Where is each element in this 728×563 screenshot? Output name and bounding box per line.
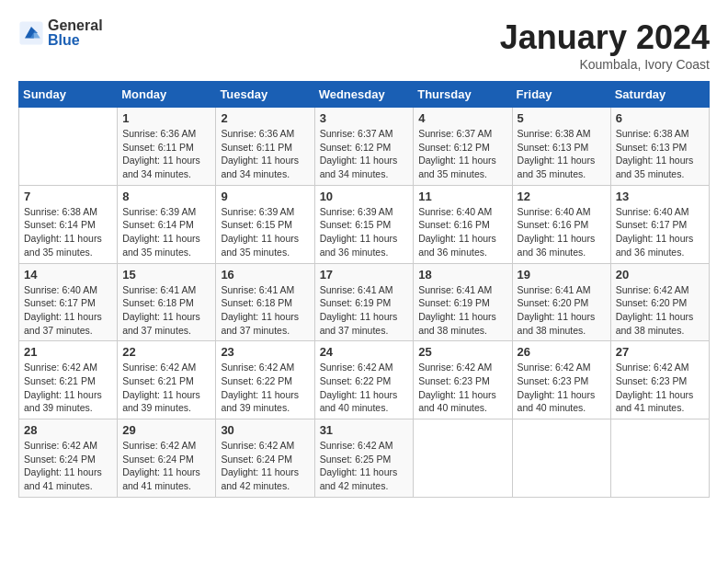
calendar-cell: 11Sunrise: 6:40 AM Sunset: 6:16 PM Dayli… xyxy=(414,185,512,263)
calendar-cell xyxy=(610,419,709,498)
day-info: Sunrise: 6:41 AM Sunset: 6:20 PM Dayligh… xyxy=(518,283,606,338)
calendar-cell: 7Sunrise: 6:38 AM Sunset: 6:14 PM Daylig… xyxy=(19,185,118,263)
calendar-cell: 6Sunrise: 6:38 AM Sunset: 6:13 PM Daylig… xyxy=(610,108,709,186)
day-info: Sunrise: 6:42 AM Sunset: 6:21 PM Dayligh… xyxy=(24,361,112,415)
day-number: 2 xyxy=(221,111,309,125)
calendar-week-1: 1Sunrise: 6:36 AM Sunset: 6:11 PM Daylig… xyxy=(19,108,710,186)
calendar-week-3: 14Sunrise: 6:40 AM Sunset: 6:17 PM Dayli… xyxy=(19,263,710,341)
day-number: 29 xyxy=(122,423,210,437)
days-of-week-row: SundayMondayTuesdayWednesdayThursdayFrid… xyxy=(19,82,710,108)
day-number: 1 xyxy=(122,111,210,125)
day-header-thursday: Thursday xyxy=(414,82,512,108)
day-info: Sunrise: 6:36 AM Sunset: 6:11 PM Dayligh… xyxy=(221,127,309,181)
day-number: 9 xyxy=(221,190,309,203)
day-number: 28 xyxy=(24,423,112,437)
calendar-cell: 29Sunrise: 6:42 AM Sunset: 6:24 PM Dayli… xyxy=(118,419,216,498)
day-number: 30 xyxy=(221,423,309,437)
calendar-cell: 21Sunrise: 6:42 AM Sunset: 6:21 PM Dayli… xyxy=(19,341,118,419)
day-info: Sunrise: 6:42 AM Sunset: 6:23 PM Dayligh… xyxy=(418,361,506,415)
month-title: January 2024 xyxy=(500,18,710,57)
logo-text: General Blue xyxy=(48,18,103,48)
day-info: Sunrise: 6:42 AM Sunset: 6:22 PM Dayligh… xyxy=(221,361,309,415)
calendar-week-2: 7Sunrise: 6:38 AM Sunset: 6:14 PM Daylig… xyxy=(19,185,710,263)
day-info: Sunrise: 6:41 AM Sunset: 6:18 PM Dayligh… xyxy=(221,283,309,338)
calendar-cell: 27Sunrise: 6:42 AM Sunset: 6:23 PM Dayli… xyxy=(610,341,709,419)
day-info: Sunrise: 6:37 AM Sunset: 6:12 PM Dayligh… xyxy=(320,127,409,181)
day-number: 18 xyxy=(418,268,506,282)
calendar-cell xyxy=(19,108,118,186)
day-number: 8 xyxy=(122,190,210,203)
day-header-tuesday: Tuesday xyxy=(216,82,314,108)
logo-icon xyxy=(18,20,44,46)
day-info: Sunrise: 6:39 AM Sunset: 6:15 PM Dayligh… xyxy=(320,205,409,259)
day-header-wednesday: Wednesday xyxy=(314,82,414,108)
day-number: 13 xyxy=(616,190,704,203)
day-info: Sunrise: 6:41 AM Sunset: 6:18 PM Dayligh… xyxy=(122,283,210,338)
day-info: Sunrise: 6:36 AM Sunset: 6:11 PM Dayligh… xyxy=(122,127,210,181)
calendar-cell: 2Sunrise: 6:36 AM Sunset: 6:11 PM Daylig… xyxy=(216,108,314,186)
day-header-friday: Friday xyxy=(512,82,610,108)
calendar-cell: 23Sunrise: 6:42 AM Sunset: 6:22 PM Dayli… xyxy=(216,341,314,419)
calendar-cell: 25Sunrise: 6:42 AM Sunset: 6:23 PM Dayli… xyxy=(414,341,512,419)
day-info: Sunrise: 6:42 AM Sunset: 6:24 PM Dayligh… xyxy=(24,439,112,493)
day-info: Sunrise: 6:42 AM Sunset: 6:21 PM Dayligh… xyxy=(122,361,210,415)
day-number: 10 xyxy=(320,190,409,203)
day-header-saturday: Saturday xyxy=(610,82,709,108)
calendar-cell: 19Sunrise: 6:41 AM Sunset: 6:20 PM Dayli… xyxy=(512,263,610,341)
day-number: 5 xyxy=(518,111,606,125)
calendar-cell: 14Sunrise: 6:40 AM Sunset: 6:17 PM Dayli… xyxy=(19,263,118,341)
calendar-cell: 24Sunrise: 6:42 AM Sunset: 6:22 PM Dayli… xyxy=(314,341,414,419)
day-info: Sunrise: 6:42 AM Sunset: 6:24 PM Dayligh… xyxy=(221,439,309,493)
day-number: 19 xyxy=(518,268,606,282)
day-number: 23 xyxy=(221,345,309,359)
page-header: General Blue January 2024 Koumbala, Ivor… xyxy=(18,18,710,72)
day-number: 20 xyxy=(616,268,704,282)
calendar-cell: 31Sunrise: 6:42 AM Sunset: 6:25 PM Dayli… xyxy=(314,419,414,498)
day-number: 27 xyxy=(616,345,704,359)
logo-blue: Blue xyxy=(48,33,103,48)
day-info: Sunrise: 6:42 AM Sunset: 6:23 PM Dayligh… xyxy=(616,361,704,415)
calendar-cell: 22Sunrise: 6:42 AM Sunset: 6:21 PM Dayli… xyxy=(118,341,216,419)
day-info: Sunrise: 6:41 AM Sunset: 6:19 PM Dayligh… xyxy=(418,283,506,338)
calendar-cell: 30Sunrise: 6:42 AM Sunset: 6:24 PM Dayli… xyxy=(216,419,314,498)
day-number: 24 xyxy=(320,345,409,359)
location-subtitle: Koumbala, Ivory Coast xyxy=(500,57,710,72)
calendar-cell: 20Sunrise: 6:42 AM Sunset: 6:20 PM Dayli… xyxy=(610,263,709,341)
day-number: 12 xyxy=(518,190,606,203)
day-info: Sunrise: 6:40 AM Sunset: 6:17 PM Dayligh… xyxy=(616,205,704,259)
day-info: Sunrise: 6:42 AM Sunset: 6:20 PM Dayligh… xyxy=(616,283,704,338)
day-info: Sunrise: 6:42 AM Sunset: 6:24 PM Dayligh… xyxy=(122,439,210,493)
calendar-cell: 13Sunrise: 6:40 AM Sunset: 6:17 PM Dayli… xyxy=(610,185,709,263)
day-header-monday: Monday xyxy=(118,82,216,108)
day-info: Sunrise: 6:40 AM Sunset: 6:16 PM Dayligh… xyxy=(518,205,606,259)
day-number: 26 xyxy=(518,345,606,359)
day-number: 3 xyxy=(320,111,409,125)
day-header-sunday: Sunday xyxy=(19,82,118,108)
calendar-cell: 28Sunrise: 6:42 AM Sunset: 6:24 PM Dayli… xyxy=(19,419,118,498)
day-info: Sunrise: 6:39 AM Sunset: 6:14 PM Dayligh… xyxy=(122,205,210,259)
calendar-cell: 16Sunrise: 6:41 AM Sunset: 6:18 PM Dayli… xyxy=(216,263,314,341)
day-number: 4 xyxy=(418,111,506,125)
logo-general: General xyxy=(48,18,103,33)
day-number: 16 xyxy=(221,268,309,282)
calendar-cell: 12Sunrise: 6:40 AM Sunset: 6:16 PM Dayli… xyxy=(512,185,610,263)
calendar-header: SundayMondayTuesdayWednesdayThursdayFrid… xyxy=(19,82,710,108)
day-number: 11 xyxy=(418,190,506,203)
calendar-cell: 1Sunrise: 6:36 AM Sunset: 6:11 PM Daylig… xyxy=(118,108,216,186)
day-number: 25 xyxy=(418,345,506,359)
day-number: 31 xyxy=(320,423,409,437)
calendar-body: 1Sunrise: 6:36 AM Sunset: 6:11 PM Daylig… xyxy=(19,108,710,498)
calendar-cell: 3Sunrise: 6:37 AM Sunset: 6:12 PM Daylig… xyxy=(314,108,414,186)
calendar-table: SundayMondayTuesdayWednesdayThursdayFrid… xyxy=(18,81,710,498)
day-info: Sunrise: 6:40 AM Sunset: 6:17 PM Dayligh… xyxy=(24,283,112,338)
calendar-cell: 9Sunrise: 6:39 AM Sunset: 6:15 PM Daylig… xyxy=(216,185,314,263)
calendar-cell xyxy=(414,419,512,498)
calendar-cell: 5Sunrise: 6:38 AM Sunset: 6:13 PM Daylig… xyxy=(512,108,610,186)
day-info: Sunrise: 6:38 AM Sunset: 6:14 PM Dayligh… xyxy=(24,205,112,259)
day-info: Sunrise: 6:38 AM Sunset: 6:13 PM Dayligh… xyxy=(518,127,606,181)
day-info: Sunrise: 6:42 AM Sunset: 6:22 PM Dayligh… xyxy=(320,361,409,415)
day-info: Sunrise: 6:40 AM Sunset: 6:16 PM Dayligh… xyxy=(418,205,506,259)
day-info: Sunrise: 6:39 AM Sunset: 6:15 PM Dayligh… xyxy=(221,205,309,259)
day-number: 21 xyxy=(24,345,112,359)
calendar-cell: 10Sunrise: 6:39 AM Sunset: 6:15 PM Dayli… xyxy=(314,185,414,263)
